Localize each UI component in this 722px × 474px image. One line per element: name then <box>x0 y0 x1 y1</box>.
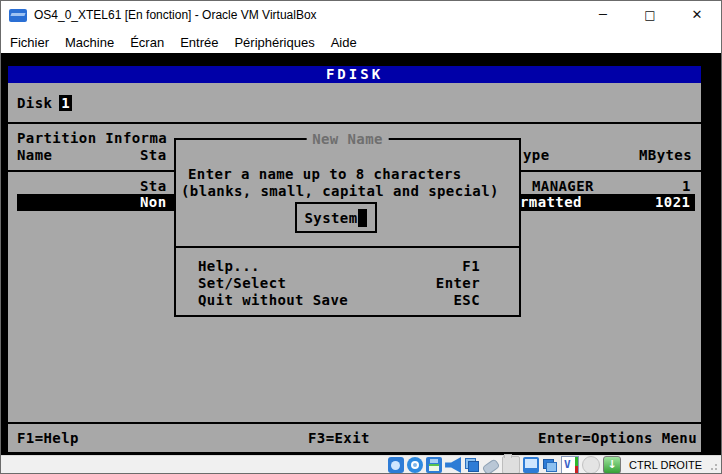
menu-item-entree[interactable]: Entrée <box>180 35 218 50</box>
disk-label: Disk <box>17 95 52 111</box>
name-input-value: System <box>305 210 358 226</box>
menu-item-peripheriques[interactable]: Périphériques <box>234 35 314 50</box>
footer-help-key: F1=Help <box>17 430 79 446</box>
hard-disk-icon[interactable] <box>388 457 404 473</box>
menu-bar: Fichier Machine Écran Entrée Périphériqu… <box>0 31 722 53</box>
partition-row-status[interactable]: Sta <box>140 178 167 194</box>
column-header-type: ype <box>523 147 550 163</box>
menu-key: F1 <box>462 258 480 274</box>
new-name-dialog: New Name Enter a name up to 8 characters… <box>174 138 521 317</box>
features-icon[interactable] <box>561 456 579 474</box>
close-button[interactable]: ✕ <box>684 4 710 26</box>
partition-row-size[interactable]: 1 <box>682 178 691 194</box>
menu-item-aide[interactable]: Aide <box>331 35 357 50</box>
audio-icon[interactable] <box>445 457 461 473</box>
menu-label: Help... <box>198 258 260 274</box>
display-icon[interactable] <box>523 457 539 473</box>
menu-label: Quit without Save <box>198 292 348 308</box>
column-header-name: Name <box>17 147 52 163</box>
floppy-icon[interactable] <box>426 457 442 473</box>
name-input[interactable]: System <box>295 202 377 233</box>
partition-row-type: rmatted <box>520 194 582 211</box>
dialog-instruction: (blanks, small, capital and special) <box>181 183 499 199</box>
recording-icon[interactable] <box>542 457 558 473</box>
menu-item-ecran[interactable]: Écran <box>130 35 164 50</box>
disk-number: 1 <box>59 95 72 111</box>
partition-row-type[interactable]: MANAGER <box>532 178 594 194</box>
partition-row-status: Non <box>140 194 167 211</box>
usb-icon[interactable] <box>482 458 501 474</box>
host-key-label: CTRL DROITE <box>629 459 702 471</box>
menu-item-fichier[interactable]: Fichier <box>10 35 49 50</box>
vm-screen: FDISK Disk1 Partition Informa Name Sta y… <box>0 53 722 455</box>
status-bar: CTRL DROITE <box>0 455 722 474</box>
disk-selector[interactable]: Disk1 <box>17 95 72 111</box>
fdisk-title-bar: FDISK <box>8 66 701 83</box>
minimize-button[interactable]: ─ <box>590 4 616 26</box>
virtualbox-window: OS4_0_XTEL61 [En fonction] - Oracle VM V… <box>0 0 722 474</box>
virtualbox-app-icon[interactable] <box>9 9 27 22</box>
mouse-integration-icon[interactable] <box>582 456 600 474</box>
dialog-divider <box>176 246 519 248</box>
network-icon[interactable] <box>464 457 480 473</box>
maximize-button[interactable]: □ <box>637 4 663 26</box>
footer-options-key: Enter=Options Menu <box>538 430 697 446</box>
keyboard-capture-icon[interactable] <box>603 456 621 474</box>
dialog-title: New Name <box>306 131 389 147</box>
title-bar: OS4_0_XTEL61 [En fonction] - Oracle VM V… <box>0 0 722 31</box>
resize-grip[interactable] <box>708 461 717 470</box>
footer-exit-key: F3=Exit <box>308 430 370 446</box>
divider <box>8 422 701 424</box>
menu-key: Enter <box>436 275 480 291</box>
text-cursor <box>358 209 367 227</box>
dialog-instruction: Enter a name up to 8 characters <box>188 166 462 182</box>
partition-table-title: Partition Informa <box>17 130 167 146</box>
menu-label: Set/Select <box>198 275 286 291</box>
optical-disc-icon[interactable] <box>407 457 423 473</box>
column-header-size: MBytes <box>639 147 692 163</box>
column-header-status: Sta <box>140 147 167 163</box>
menu-key: ESC <box>454 292 481 308</box>
divider <box>8 122 701 124</box>
dialog-menu-quit[interactable]: Quit without Save ESC <box>176 292 519 308</box>
dialog-menu-set-select[interactable]: Set/Select Enter <box>176 275 519 291</box>
fdisk-screen: FDISK Disk1 Partition Informa Name Sta y… <box>8 66 701 452</box>
shared-folder-icon[interactable] <box>502 456 520 474</box>
window-title: OS4_0_XTEL61 [En fonction] - Oracle VM V… <box>34 8 317 22</box>
dialog-menu-help[interactable]: Help... F1 <box>176 258 519 274</box>
menu-item-machine[interactable]: Machine <box>65 35 114 50</box>
partition-row-size: 1021 <box>655 194 690 211</box>
